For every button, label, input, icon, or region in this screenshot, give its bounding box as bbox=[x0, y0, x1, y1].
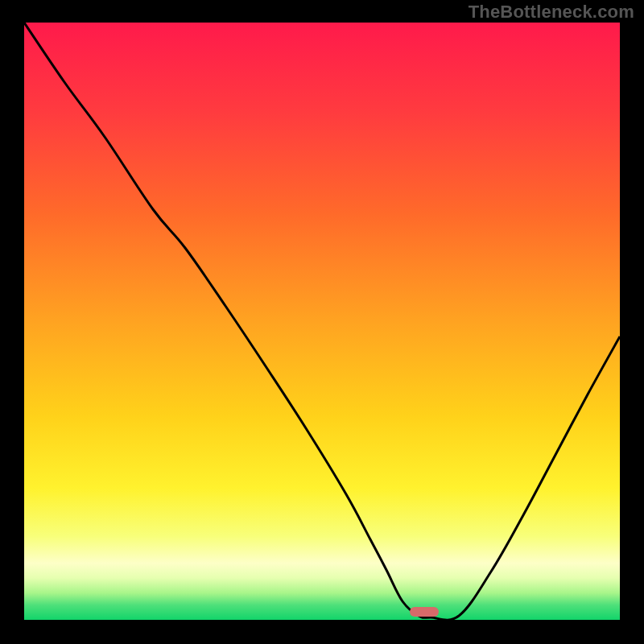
bottleneck-curve bbox=[24, 23, 620, 620]
plot-area bbox=[24, 23, 620, 620]
watermark-text: TheBottleneck.com bbox=[469, 2, 634, 23]
chart-container: TheBottleneck.com bbox=[0, 0, 644, 644]
curve-path bbox=[24, 23, 620, 620]
optimal-marker bbox=[410, 607, 439, 617]
